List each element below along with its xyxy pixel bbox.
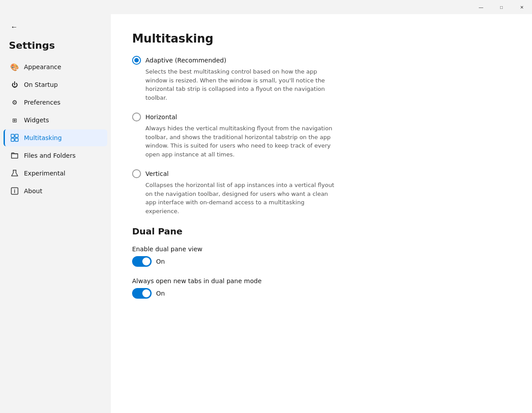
svg-rect-1 (15, 134, 18, 137)
sidebar-item-experimental[interactable]: Experimental (4, 165, 107, 182)
maximize-button[interactable]: □ (491, 0, 512, 14)
main-content: Multitasking Adaptive (Recommended) Sele… (111, 14, 532, 413)
widgets-icon: ⊞ (11, 116, 19, 124)
radio-option-vertical: Vertical Collapses the horizontal list o… (132, 169, 511, 215)
back-button[interactable]: ← (4, 19, 107, 35)
svg-rect-2 (11, 138, 14, 141)
about-icon (11, 187, 19, 195)
sidebar-item-widgets-label: Widgets (24, 117, 49, 124)
multitasking-icon (11, 134, 19, 142)
always-open-toggle[interactable] (132, 288, 152, 299)
settings-window: — □ ✕ ← Settings 🎨 Appearance ⏻ On Start… (0, 0, 532, 413)
radio-horizontal-desc: Always hides the vertical multitasking f… (132, 124, 336, 159)
back-icon: ← (11, 23, 18, 31)
sidebar-item-about[interactable]: About (4, 183, 107, 199)
radio-adaptive-title: Adaptive (Recommended) (145, 57, 226, 64)
minimize-button[interactable]: — (471, 0, 491, 14)
content-area: ← Settings 🎨 Appearance ⏻ On Startup ⚙ P… (0, 14, 532, 413)
files-folders-icon (11, 152, 19, 160)
sidebar-item-appearance[interactable]: 🎨 Appearance (4, 58, 107, 75)
svg-point-7 (14, 189, 15, 190)
sidebar-item-multitasking-label: Multitasking (24, 134, 62, 141)
appearance-icon: 🎨 (11, 63, 19, 71)
experimental-icon (11, 169, 19, 177)
radio-adaptive-circle[interactable] (132, 56, 141, 65)
radio-adaptive-label[interactable]: Adaptive (Recommended) (132, 56, 511, 65)
sidebar-title: Settings (0, 36, 111, 58)
sidebar-item-on-startup-label: On Startup (24, 81, 58, 88)
toggle-row-enable-dual-pane: Enable dual pane view On (132, 245, 511, 267)
sidebar-item-experimental-label: Experimental (24, 170, 65, 177)
sidebar-item-on-startup[interactable]: ⏻ On Startup (4, 76, 107, 93)
sidebar-item-appearance-label: Appearance (24, 63, 61, 70)
enable-dual-pane-toggle-row: On (132, 256, 511, 267)
always-open-label: Always open new tabs in dual pane mode (132, 277, 511, 284)
radio-vertical-desc: Collapses the horizontal list of app ins… (132, 181, 336, 215)
on-startup-icon: ⏻ (11, 81, 19, 89)
sidebar-item-files-label: Files and Folders (24, 152, 76, 159)
toggle-row-always-open: Always open new tabs in dual pane mode O… (132, 277, 511, 299)
radio-horizontal-circle[interactable] (132, 113, 141, 121)
sidebar-item-files-and-folders[interactable]: Files and Folders (4, 147, 107, 164)
radio-option-adaptive: Adaptive (Recommended) Selects the best … (132, 56, 511, 102)
enable-dual-pane-toggle[interactable] (132, 256, 152, 267)
radio-horizontal-label[interactable]: Horizontal (132, 113, 511, 121)
enable-dual-pane-label: Enable dual pane view (132, 245, 511, 253)
sidebar-item-multitasking[interactable]: Multitasking (4, 129, 107, 146)
radio-vertical-title: Vertical (145, 170, 168, 177)
radio-option-horizontal: Horizontal Always hides the vertical mul… (132, 113, 511, 159)
svg-rect-3 (15, 138, 18, 141)
sidebar: ← Settings 🎨 Appearance ⏻ On Startup ⚙ P… (0, 14, 111, 413)
titlebar: — □ ✕ (0, 0, 532, 14)
always-open-state: On (156, 290, 165, 297)
enable-dual-pane-state: On (156, 258, 165, 265)
dual-pane-section-title: Dual Pane (132, 226, 511, 237)
page-title: Multitasking (132, 32, 511, 45)
preferences-icon: ⚙ (11, 98, 19, 106)
always-open-toggle-row: On (132, 288, 511, 299)
radio-vertical-circle[interactable] (132, 169, 141, 178)
sidebar-item-widgets[interactable]: ⊞ Widgets (4, 112, 107, 129)
sidebar-item-about-label: About (24, 187, 42, 195)
svg-rect-0 (11, 134, 14, 137)
radio-adaptive-desc: Selects the best multitasking control ba… (132, 67, 336, 102)
close-button[interactable]: ✕ (512, 0, 532, 14)
sidebar-item-preferences[interactable]: ⚙ Preferences (4, 94, 107, 111)
radio-vertical-label[interactable]: Vertical (132, 169, 511, 178)
radio-horizontal-title: Horizontal (145, 113, 177, 121)
sidebar-item-preferences-label: Preferences (24, 99, 60, 106)
